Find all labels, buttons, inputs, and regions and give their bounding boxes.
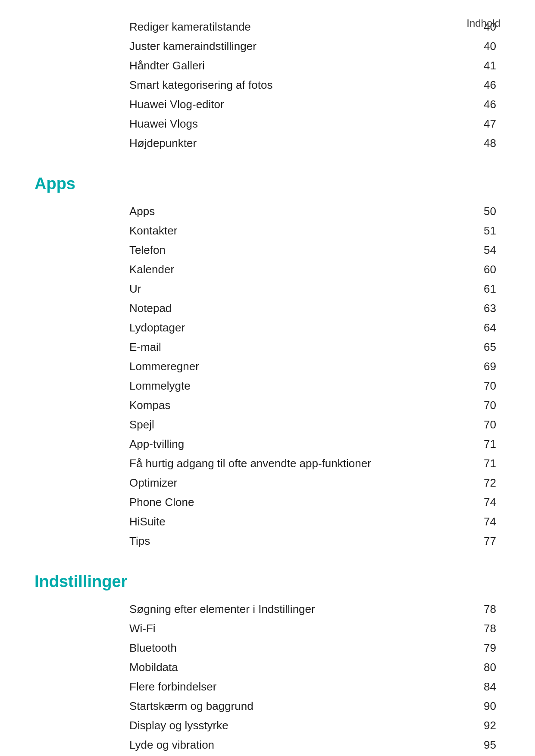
toc-item-label: App-tvilling [34,434,466,454]
table-row: Apps50 [34,202,501,221]
toc-item-label: Bluetooth [34,638,466,658]
toc-item-page: 77 [466,531,501,551]
toc-item-label: Notepad [34,299,466,318]
toc-item-label: Telefon [34,241,466,260]
toc-item-label: Kontakter [34,221,466,241]
section-header-indstillinger: Indstillinger [34,572,501,591]
toc-table-preamble: Rediger kameratilstande40Juster kamerain… [34,17,501,153]
toc-item-page: 63 [466,299,501,318]
toc-item-page: 84 [466,677,501,697]
toc-item-label: Rediger kameratilstande [34,17,466,37]
table-row: Bluetooth79 [34,638,501,658]
table-row: Optimizer72 [34,473,501,493]
top-label: Indhold [466,17,501,29]
table-row: Huawei Vlog-editor46 [34,95,501,114]
toc-item-page: 61 [466,279,501,299]
toc-item-label: Smart kategorisering af fotos [34,75,466,95]
toc-item-label: Flere forbindelser [34,677,466,697]
toc-item-page: 47 [466,114,501,134]
table-row: Wi-Fi78 [34,619,501,638]
toc-item-label: Spejl [34,415,466,434]
table-row: Mobildata80 [34,658,501,677]
table-row: Kompas70 [34,396,501,415]
toc-item-label: Huawei Vlog-editor [34,95,466,114]
page-container: Indhold Rediger kameratilstande40Juster … [0,0,535,756]
toc-item-page: 78 [466,600,501,619]
toc-item-page: 80 [466,658,501,677]
toc-item-label: Højdepunkter [34,134,466,153]
toc-item-page: 46 [466,95,501,114]
toc-item-label: E-mail [34,337,466,357]
toc-item-label: HiSuite [34,512,466,531]
table-row: Søgning efter elementer i Indstillinger7… [34,600,501,619]
toc-item-page: 41 [466,56,501,75]
table-row: HiSuite74 [34,512,501,531]
toc-item-label: Få hurtig adgang til ofte anvendte app-f… [34,454,466,473]
toc-item-label: Lommeregner [34,357,466,376]
toc-item-page: 69 [466,357,501,376]
table-row: Huawei Vlogs47 [34,114,501,134]
table-row: Kontakter51 [34,221,501,241]
toc-item-label: Ur [34,279,466,299]
table-row: Juster kameraindstillinger40 [34,37,501,56]
toc-item-label: Lyde og vibration [34,735,466,755]
toc-item-label: Phone Clone [34,493,466,512]
toc-table-indstillinger: Søgning efter elementer i Indstillinger7… [34,600,501,756]
toc-item-page: 74 [466,493,501,512]
toc-item-page: 70 [466,376,501,396]
toc-item-label: Håndter Galleri [34,56,466,75]
toc-item-label: Lommelygte [34,376,466,396]
table-row: Startskærm og baggrund90 [34,697,501,716]
table-row: App-tvilling71 [34,434,501,454]
table-row: Tips77 [34,531,501,551]
toc-item-page: 50 [466,202,501,221]
toc-item-page: 78 [466,619,501,638]
toc-item-label: Apps [34,202,466,221]
toc-item-label: Kompas [34,396,466,415]
toc-item-page: 64 [466,318,501,337]
toc-item-page: 54 [466,241,501,260]
toc-item-page: 40 [466,37,501,56]
table-row: Ur61 [34,279,501,299]
toc-item-label: Wi-Fi [34,619,466,638]
table-row: Få hurtig adgang til ofte anvendte app-f… [34,454,501,473]
toc-item-page: 46 [466,75,501,95]
sections-container: Rediger kameratilstande40Juster kamerain… [34,17,501,756]
table-row: Telefon54 [34,241,501,260]
table-row: Lommelygte70 [34,376,501,396]
table-row: Spejl70 [34,415,501,434]
table-row: Lommeregner69 [34,357,501,376]
toc-item-page: 65 [466,337,501,357]
toc-item-label: Mobildata [34,658,466,677]
toc-item-label: Huawei Vlogs [34,114,466,134]
section-apps: AppsApps50Kontakter51Telefon54Kalender60… [34,175,501,551]
toc-item-page: 70 [466,396,501,415]
toc-item-page: 90 [466,697,501,716]
table-row: Håndter Galleri41 [34,56,501,75]
section-header-apps: Apps [34,175,501,193]
table-row: Flere forbindelser84 [34,677,501,697]
table-row: Højdepunkter48 [34,134,501,153]
table-row: Lydoptager64 [34,318,501,337]
toc-item-page: 70 [466,415,501,434]
toc-item-page: 71 [466,454,501,473]
toc-table-apps: Apps50Kontakter51Telefon54Kalender60Ur61… [34,202,501,551]
toc-item-page: 48 [466,134,501,153]
table-row: Notepad63 [34,299,501,318]
toc-item-page: 72 [466,473,501,493]
table-row: Smart kategorisering af fotos46 [34,75,501,95]
toc-item-label: Display og lysstyrke [34,716,466,735]
toc-item-page: 60 [466,260,501,279]
toc-item-label: Optimizer [34,473,466,493]
toc-item-page: 92 [466,716,501,735]
toc-item-label: Juster kameraindstillinger [34,37,466,56]
toc-item-label: Tips [34,531,466,551]
toc-item-page: 79 [466,638,501,658]
toc-item-label: Kalender [34,260,466,279]
toc-item-label: Lydoptager [34,318,466,337]
table-row: Kalender60 [34,260,501,279]
toc-item-page: 51 [466,221,501,241]
toc-item-page: 95 [466,735,501,755]
table-row: E-mail65 [34,337,501,357]
section-preamble: Rediger kameratilstande40Juster kamerain… [34,17,501,153]
